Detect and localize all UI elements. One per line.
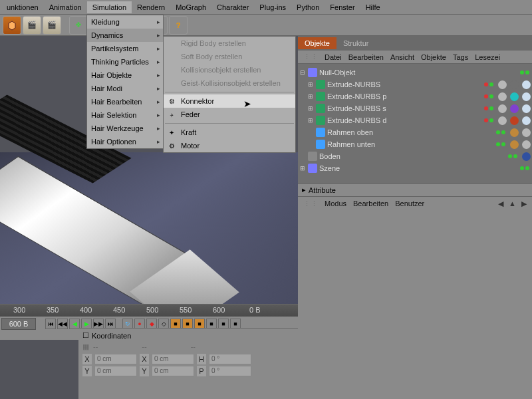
tag-icon[interactable] — [522, 92, 531, 101]
tag-icon[interactable] — [522, 116, 531, 125]
object-name[interactable]: Boden — [319, 152, 506, 160]
om-ansicht[interactable]: Ansicht — [390, 53, 414, 61]
tag-icon[interactable] — [498, 116, 507, 125]
menu-python[interactable]: Python — [291, 1, 325, 13]
menu-animation[interactable]: Animation — [44, 1, 87, 13]
tree-row[interactable]: ⊟Null-Objekt — [299, 66, 531, 78]
sim-item-partikelsystem[interactable]: Partikelsystem — [87, 42, 163, 55]
object-name[interactable]: Rahmen unten — [327, 140, 494, 148]
tree-row[interactable]: Rahmen unten — [299, 138, 531, 150]
om-datei[interactable]: Datei — [325, 53, 342, 61]
fld-p[interactable]: 0 ° — [209, 366, 251, 376]
nav-back[interactable]: ◀ — [498, 200, 503, 208]
timeline-ruler[interactable]: 300 350 400 450 500 550 600 0 B — [0, 305, 298, 317]
menu-rendern[interactable]: Rendern — [132, 1, 170, 13]
step-back-key[interactable]: ◀◀ — [57, 319, 68, 329]
sim-item-hair-optionen[interactable]: Hair Optionen — [87, 135, 163, 148]
expand-icon[interactable]: ⊞ — [307, 81, 314, 88]
tree-row[interactable]: ⊞Extrude-NURBS — [299, 78, 531, 90]
om-tags[interactable]: Tags — [453, 53, 468, 61]
visibility-dots[interactable] — [520, 166, 529, 170]
fld-sx[interactable]: 0 cm — [152, 354, 194, 364]
tag-icon[interactable] — [498, 92, 507, 101]
expand-icon[interactable]: ⊞ — [299, 165, 306, 172]
object-name[interactable]: Rahmen oben — [327, 128, 494, 136]
tree-row[interactable]: ⊞Extrude-NURBS p — [299, 90, 531, 102]
menu-funktionen[interactable]: unktionen — [1, 1, 44, 13]
dyn-item-konnektor[interactable]: ⚙Konnektor — [164, 94, 295, 108]
menu-charakter[interactable]: Charakter — [211, 1, 254, 13]
tag-icon[interactable] — [510, 116, 519, 125]
expand-icon[interactable]: ⊟ — [299, 69, 306, 76]
disclosure-icon[interactable]: ▸ — [302, 186, 306, 194]
tab-objekte[interactable]: Objekte — [298, 37, 336, 49]
fld-sy[interactable]: 0 cm — [152, 366, 194, 376]
nav-up[interactable]: ▲ — [509, 200, 516, 208]
tag-icon[interactable] — [510, 92, 519, 101]
sim-item-hair-modi[interactable]: Hair Modi — [87, 82, 163, 95]
dyn-item-feder[interactable]: ⍆Feder — [164, 108, 295, 121]
tag-icon[interactable] — [510, 104, 519, 113]
sim-item-kleidung[interactable]: Kleidung — [87, 15, 163, 29]
tag-icon[interactable] — [498, 80, 507, 89]
fld-h[interactable]: 0 ° — [209, 354, 251, 364]
tag-icon[interactable] — [510, 140, 519, 149]
tool-a[interactable]: ❖ — [69, 16, 88, 35]
dyn-item-motor[interactable]: ⚙Motor — [164, 139, 295, 152]
frame-current[interactable]: 600 B — [1, 318, 36, 330]
tag-icon[interactable] — [522, 104, 531, 113]
visibility-dots[interactable] — [496, 142, 505, 146]
tag-icon[interactable] — [522, 128, 531, 137]
attr-benutzer[interactable]: Benutzer — [395, 200, 424, 208]
menu-fenster[interactable]: Fenster — [325, 1, 360, 13]
grid-icon[interactable]: ▦ — [82, 342, 89, 351]
attr-bearbeiten[interactable]: Bearbeiten — [353, 200, 388, 208]
expand-icon[interactable]: ⊞ — [307, 93, 314, 100]
sim-item-hair-selektion[interactable]: Hair Selektion — [87, 108, 163, 122]
menu-plugins[interactable]: Plug-ins — [254, 1, 291, 13]
tag-icon[interactable] — [510, 80, 519, 89]
goto-start[interactable]: ⏮ — [45, 319, 56, 329]
menu-hilfe[interactable]: Hilfe — [360, 1, 386, 13]
attr-modus[interactable]: Modus — [325, 200, 346, 208]
tree-row[interactable]: Boden — [299, 150, 531, 162]
sim-item-hair-werkzeuge[interactable]: Hair Werkzeuge — [87, 122, 163, 135]
expand-icon[interactable]: ⊞ — [307, 105, 314, 112]
menu-mograph[interactable]: MoGraph — [170, 1, 211, 13]
om-bearbeiten[interactable]: Bearbeiten — [348, 53, 384, 61]
sim-item-hair-objekte[interactable]: Hair Objekte — [87, 68, 163, 82]
object-name[interactable]: Null-Objekt — [319, 68, 518, 76]
checkbox-icon[interactable]: ☐ — [82, 331, 89, 340]
render-button-2[interactable]: 🎬 — [43, 16, 61, 35]
tab-struktur[interactable]: Struktur — [336, 37, 376, 49]
visibility-dots[interactable] — [520, 70, 529, 74]
help-button[interactable]: ? — [169, 16, 188, 35]
primitive-cube-button[interactable] — [3, 16, 21, 35]
tag-icon[interactable] — [522, 152, 531, 161]
object-name[interactable]: Extrude-NURBS p — [327, 92, 482, 100]
expand-icon[interactable]: ⊞ — [307, 117, 314, 124]
tag-icon[interactable] — [510, 128, 519, 137]
tag-icon[interactable] — [522, 140, 531, 149]
sim-item-thinking-particles[interactable]: Thinking Particles — [87, 55, 163, 68]
visibility-dots[interactable] — [508, 154, 517, 158]
visibility-dots[interactable] — [484, 106, 493, 110]
visibility-dots[interactable] — [484, 118, 493, 122]
tree-row[interactable]: ⊞Extrude-NURBS s — [299, 102, 531, 114]
tree-row[interactable]: ⊞Szene — [299, 162, 531, 174]
dyn-item-kraft[interactable]: ✦Kraft — [164, 126, 295, 139]
tag-icon[interactable] — [498, 104, 507, 113]
tree-row[interactable]: Rahmen oben — [299, 126, 531, 138]
visibility-dots[interactable] — [484, 94, 493, 98]
object-name[interactable]: Szene — [319, 164, 518, 172]
fld-y[interactable]: 0 cm — [94, 366, 137, 376]
visibility-dots[interactable] — [496, 130, 505, 134]
visibility-dots[interactable] — [484, 82, 493, 86]
object-name[interactable]: Extrude-NURBS s — [327, 104, 482, 112]
nav-fwd[interactable]: ▶ — [521, 200, 527, 208]
object-name[interactable]: Extrude-NURBS d — [327, 116, 482, 124]
object-name[interactable]: Extrude-NURBS — [327, 80, 482, 88]
sim-item-dynamics[interactable]: Dynamics — [87, 29, 163, 42]
tag-icon[interactable] — [522, 80, 531, 89]
om-lesezeichen[interactable]: Lesezei — [475, 53, 500, 61]
